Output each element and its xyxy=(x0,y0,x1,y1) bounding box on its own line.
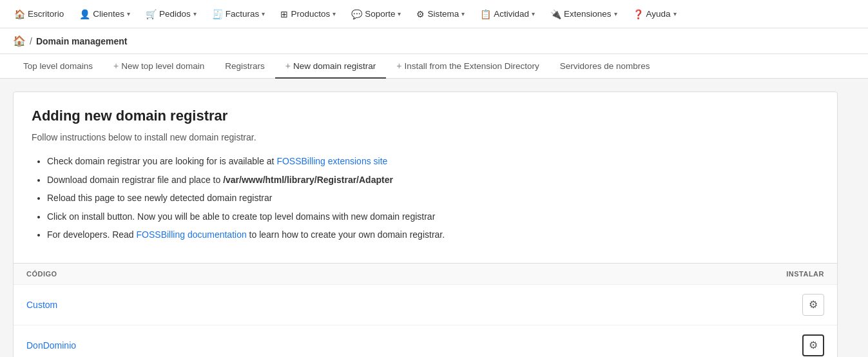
breadcrumb-current: Domain management xyxy=(36,36,128,46)
nav-escritorio-label: Escritorio xyxy=(28,9,64,19)
table-header: CÓDIGO INSTALAR xyxy=(14,263,837,284)
nav-pedidos[interactable]: 🛒 Pedidos ▾ xyxy=(139,5,203,23)
breadcrumb: 🏠 / Domain management xyxy=(0,28,868,54)
nav-clientes-label: Clientes xyxy=(93,9,124,19)
chevron-down-icon: ▾ xyxy=(333,10,336,17)
nav-productos[interactable]: ⊞ Productos ▾ xyxy=(274,5,342,23)
clients-icon: 👤 xyxy=(79,9,90,19)
extensions-icon: 🔌 xyxy=(550,9,561,19)
tab-install-from-extension-directory[interactable]: + Install from the Extension Directory xyxy=(386,54,550,79)
table-row: Custom ⚙ xyxy=(14,284,837,325)
nav-actividad-label: Actividad xyxy=(494,9,529,19)
tab-servidores-de-nombres[interactable]: Servidores de nombres xyxy=(550,55,661,79)
registrar-name-dondominio[interactable]: DonDominio xyxy=(26,340,76,351)
tab-new-top-level-domain-label: New top level domain xyxy=(121,61,204,71)
instruction-devs-after: to learn how to create your own domain r… xyxy=(247,229,445,240)
orders-icon: 🛒 xyxy=(146,9,157,19)
fossbilling-docs-link[interactable]: FOSSBilling documentation xyxy=(137,229,247,240)
main-content: Adding new domain registrar Follow instr… xyxy=(0,79,851,357)
instruction-click: Click on install button. Now you will be… xyxy=(47,211,435,222)
list-item: Download domain registrar file and place… xyxy=(47,171,819,189)
install-button-custom[interactable]: ⚙ xyxy=(802,294,824,316)
tab-install-from-extension-directory-label: Install from the Extension Directory xyxy=(405,61,539,71)
nav-facturas-label: Facturas xyxy=(226,9,260,19)
nav-actividad[interactable]: 📋 Actividad ▾ xyxy=(474,5,541,23)
plus-icon: + xyxy=(396,61,401,71)
chevron-down-icon: ▾ xyxy=(673,10,677,17)
instruction-devs-before: For developers. Read xyxy=(47,229,137,240)
support-icon: 💬 xyxy=(351,9,362,19)
chevron-down-icon: ▾ xyxy=(262,10,265,17)
col-install-label: INSTALAR xyxy=(786,270,824,278)
col-code-label: CÓDIGO xyxy=(26,270,57,278)
tab-new-top-level-domain[interactable]: + New top level domain xyxy=(103,54,215,79)
tab-new-domain-registrar-label: New domain registrar xyxy=(293,61,376,71)
chevron-down-icon: ▾ xyxy=(193,10,197,17)
chevron-down-icon: ▾ xyxy=(532,10,535,17)
tab-registrars[interactable]: Registrars xyxy=(215,55,275,79)
nav-pedidos-label: Pedidos xyxy=(159,9,191,19)
fossbilling-extensions-link[interactable]: FOSSBilling extensions site xyxy=(276,156,387,166)
nav-sistema[interactable]: ⚙ Sistema ▾ xyxy=(410,5,471,23)
invoices-icon: 🧾 xyxy=(212,9,223,19)
registrar-name-custom[interactable]: Custom xyxy=(26,300,57,310)
chevron-down-icon: ▾ xyxy=(614,10,617,17)
nav-productos-label: Productos xyxy=(291,9,330,19)
tab-new-domain-registrar[interactable]: + New domain registrar xyxy=(275,54,386,79)
list-item: For developers. Read FOSSBilling documen… xyxy=(47,226,819,244)
table-section: CÓDIGO INSTALAR Custom ⚙ DonDominio ⚙ xyxy=(14,263,837,357)
chevron-down-icon: ▾ xyxy=(127,10,130,17)
tab-top-level-domains[interactable]: Top level domains xyxy=(13,55,103,79)
nav-escritorio[interactable]: 🏠 Escritorio xyxy=(8,5,70,23)
top-nav: 🏠 Escritorio 👤 Clientes ▾ 🛒 Pedidos ▾ 🧾 … xyxy=(0,0,868,28)
nav-sistema-label: Sistema xyxy=(427,9,459,19)
content-card: Adding new domain registrar Follow instr… xyxy=(13,92,838,357)
tab-servidores-de-nombres-label: Servidores de nombres xyxy=(560,61,650,71)
nav-extensiones-label: Extensiones xyxy=(564,9,612,19)
breadcrumb-home-icon[interactable]: 🏠 xyxy=(13,35,26,47)
instructions-list: Check domain registrar you are looking f… xyxy=(47,153,819,244)
file-path: /var/www/html/library/Registrar/Adapter xyxy=(223,175,393,185)
list-item: Click on install button. Now you will be… xyxy=(47,208,819,226)
breadcrumb-separator: / xyxy=(30,36,32,46)
help-icon: ❓ xyxy=(633,9,644,19)
nav-ayuda-label: Ayuda xyxy=(646,9,671,19)
gear-icon: ⚙ xyxy=(809,339,818,351)
page-title: Adding new domain registrar xyxy=(32,108,819,124)
list-item: Reload this page to see newly detected d… xyxy=(47,189,819,207)
install-button-dondominio[interactable]: ⚙ xyxy=(802,334,824,356)
tab-registrars-label: Registrars xyxy=(225,61,265,71)
plus-icon: + xyxy=(285,61,291,71)
nav-clientes[interactable]: 👤 Clientes ▾ xyxy=(73,5,137,23)
gear-icon: ⚙ xyxy=(809,298,818,311)
instruction-reload: Reload this page to see newly detected d… xyxy=(47,193,272,203)
plus-icon: + xyxy=(113,61,119,71)
chevron-down-icon: ▾ xyxy=(398,10,401,17)
system-icon: ⚙ xyxy=(416,9,425,19)
activity-icon: 📋 xyxy=(480,9,491,19)
nav-soporte[interactable]: 💬 Soporte ▾ xyxy=(345,5,407,23)
table-row: DonDominio ⚙ Install xyxy=(14,325,837,357)
page-subtitle: Follow instructions below to install new… xyxy=(32,132,819,142)
nav-soporte-label: Soporte xyxy=(365,9,395,19)
list-item: Check domain registrar you are looking f… xyxy=(47,153,819,170)
card-body: Adding new domain registrar Follow instr… xyxy=(14,92,837,263)
instruction-check-before: Check domain registrar you are looking f… xyxy=(47,156,276,166)
home-icon: 🏠 xyxy=(14,9,25,19)
products-icon: ⊞ xyxy=(280,9,288,19)
tab-top-level-domains-label: Top level domains xyxy=(23,61,93,71)
chevron-down-icon: ▾ xyxy=(461,10,465,17)
nav-extensiones[interactable]: 🔌 Extensiones ▾ xyxy=(544,5,624,23)
tabs-bar: Top level domains + New top level domain… xyxy=(0,54,868,79)
nav-ayuda[interactable]: ❓ Ayuda ▾ xyxy=(626,5,683,23)
instruction-download-before: Download domain registrar file and place… xyxy=(47,175,223,185)
nav-facturas[interactable]: 🧾 Facturas ▾ xyxy=(206,5,272,23)
